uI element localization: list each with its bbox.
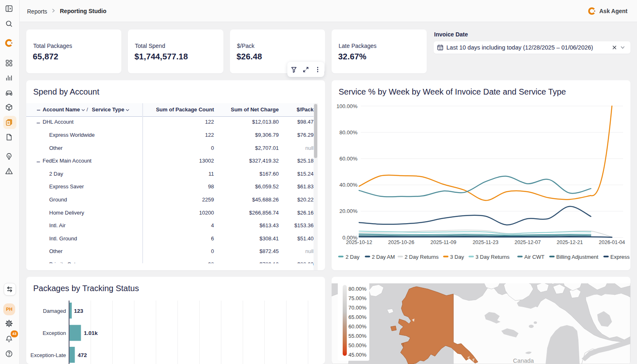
svg-text:20.00%: 20.00% <box>339 208 358 214</box>
svg-text:2 Day AM: 2 Day AM <box>372 254 395 260</box>
svg-text:Billing Adjustment: Billing Adjustment <box>556 254 598 260</box>
svg-text:Damaged: Damaged <box>43 308 66 314</box>
svg-text:3 Day Returns: 3 Day Returns <box>475 254 510 260</box>
svg-text:2025-11-09: 2025-11-09 <box>430 240 456 245</box>
svg-text:3 Day: 3 Day <box>450 254 464 260</box>
svg-text:40.00%: 40.00% <box>339 182 358 188</box>
svg-text:Express Sa: Express Sa <box>610 254 630 260</box>
svg-text:2 Day Returns: 2 Day Returns <box>405 254 439 260</box>
svg-text:31: 31 <box>439 47 442 50</box>
svg-text:100.00%: 100.00% <box>337 103 358 109</box>
svg-text:2026-01-04: 2026-01-04 <box>599 240 625 245</box>
svg-text:2025-12-21: 2025-12-21 <box>557 240 583 245</box>
svg-text:2025-10-12: 2025-10-12 <box>346 240 372 245</box>
svg-text:472: 472 <box>78 352 87 358</box>
svg-text:Canada: Canada <box>513 357 535 364</box>
svg-text:2025-11-23: 2025-11-23 <box>473 240 498 245</box>
svg-text:80.00%: 80.00% <box>339 129 358 136</box>
svg-text:2025-12-07: 2025-12-07 <box>514 240 541 245</box>
svg-text:123: 123 <box>74 308 84 314</box>
svg-text:Exception: Exception <box>43 330 66 336</box>
svg-text:Exception-Late: Exception-Late <box>30 352 66 358</box>
svg-text:Air CWT: Air CWT <box>524 254 544 260</box>
svg-text:2 Day: 2 Day <box>346 254 359 260</box>
svg-text:2025-10-26: 2025-10-26 <box>388 240 414 245</box>
svg-text:1.01k: 1.01k <box>84 330 98 336</box>
svg-text:60.00%: 60.00% <box>339 156 358 162</box>
